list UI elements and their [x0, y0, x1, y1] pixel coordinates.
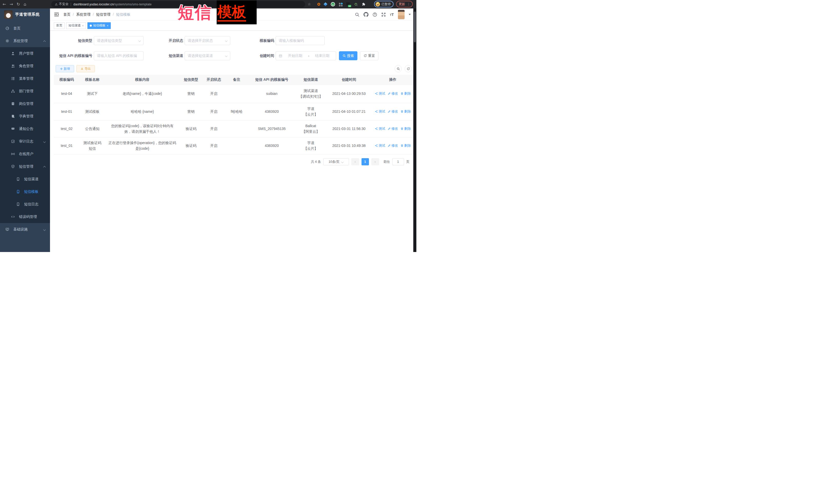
col-header-status: 开启状态	[203, 77, 225, 82]
sidebar-item-label: 通知公告	[19, 127, 33, 131]
sidebar-item-label: 部门管理	[19, 89, 33, 94]
sidebar-item-label: 短信日志	[24, 202, 39, 207]
sidebar-item-error-codes[interactable]: 错误码管理	[0, 211, 50, 223]
extension-grid-icon[interactable]	[339, 3, 342, 6]
test-link[interactable]: 测试	[375, 91, 385, 96]
show-search-toggle-button[interactable]	[395, 65, 402, 72]
tab-sms-template[interactable]: 短信模板 ×	[88, 22, 111, 29]
sidebar-item-sms-channel[interactable]: 短信渠道	[0, 173, 50, 185]
sidebar-item-audit-log[interactable]: 审计日志	[0, 135, 50, 148]
browser-menu-icon[interactable]: ⋮	[407, 2, 410, 6]
scrollbar-thumb[interactable]	[414, 11, 416, 42]
sidebar-item-home[interactable]: 首页	[0, 22, 50, 34]
edit-link[interactable]: 修改	[388, 109, 398, 114]
fullscreen-icon[interactable]	[381, 12, 386, 17]
edit-link[interactable]: 修改	[388, 126, 398, 131]
sidebar-item-notices[interactable]: 通知公告	[0, 123, 50, 135]
browser-back-button[interactable]: ←	[3, 2, 6, 7]
extension-orange-ring-icon[interactable]	[317, 3, 320, 6]
goto-unit: 页	[406, 160, 410, 164]
font-size-icon[interactable]: TT	[390, 12, 394, 17]
extension-list-on-icon[interactable]: on	[347, 2, 351, 6]
sidebar-item-system[interactable]: 系统管理	[0, 34, 50, 47]
next-page-button[interactable]: ›	[371, 158, 379, 165]
goto-page-input[interactable]: 1	[392, 158, 404, 165]
delete-link[interactable]: 删除	[401, 126, 411, 131]
cell-created: 2021-04-10 01:07:21	[326, 109, 372, 115]
page-1-button[interactable]: 1	[361, 158, 369, 165]
breadcrumb-home[interactable]: 首页	[63, 12, 76, 17]
sms-type-select[interactable]: 请选择短信类型	[94, 36, 144, 45]
reset-button[interactable]: 重置	[360, 51, 378, 60]
sidebar-item-positions[interactable]: 岗位管理	[0, 97, 50, 110]
placeholder: 请输入模板编码	[279, 39, 322, 43]
phone-icon	[16, 190, 20, 194]
tab-close-icon[interactable]: ×	[106, 24, 108, 27]
sidebar-item-sms-management[interactable]: 短信管理	[0, 160, 50, 173]
help-icon[interactable]	[373, 12, 377, 17]
breadcrumb-system[interactable]: 系统管理	[76, 12, 96, 17]
sidebar-fold-icon[interactable]	[54, 12, 59, 17]
tab-home[interactable]: 首页	[54, 22, 65, 29]
extension-y-icon[interactable]: y	[331, 2, 335, 6]
bookmark-star-icon[interactable]: ☆	[308, 2, 311, 6]
chevron-down-icon	[139, 40, 141, 42]
channel-select[interactable]: 请选择短信渠道	[185, 51, 230, 60]
add-button[interactable]: 新增	[56, 65, 74, 72]
browser-reload-button[interactable]: ↻	[17, 2, 20, 7]
col-header-content: 模板内容	[105, 77, 180, 82]
url-domain: dashboard.yudao.iocoder.cn	[73, 3, 114, 6]
cell-actions: 测试 修改 删除	[372, 91, 414, 96]
not-secure-label[interactable]: 不安全	[59, 2, 69, 6]
sidebar-item-online-users[interactable]: 在线用户	[0, 148, 50, 160]
browser-profile-chip[interactable]: 已暂停	[374, 1, 394, 7]
cell-name: 测试下	[79, 91, 105, 97]
chevron-up-icon	[43, 41, 46, 43]
sidebar-item-sms-template[interactable]: 短信模板	[0, 185, 50, 198]
user-avatar[interactable]	[398, 10, 405, 19]
delete-link[interactable]: 删除	[401, 91, 411, 96]
delete-link[interactable]: 删除	[401, 143, 411, 148]
tab-sms-channel[interactable]: 短信渠道 ×	[66, 22, 86, 29]
pagination: 共 4 条 10条/页 ‹ 1 › 前往 1 页	[311, 158, 409, 165]
export-button[interactable]: 导出	[76, 65, 95, 72]
sidebar-item-users[interactable]: 用户管理	[0, 47, 50, 60]
sidebar-item-menus[interactable]: 菜单管理	[0, 72, 50, 85]
sidebar-item-roles[interactable]: 角色管理	[0, 60, 50, 72]
cell-status: 开启	[203, 91, 225, 97]
prev-page-button[interactable]: ‹	[351, 158, 359, 165]
sidebar-item-infrastructure[interactable]: 基础设施	[0, 223, 50, 236]
status-select[interactable]: 请选择开启状态	[185, 36, 230, 45]
edit-link[interactable]: 修改	[388, 143, 398, 148]
sidebar-item-sms-log[interactable]: 短信日志	[0, 198, 50, 211]
tab-close-icon[interactable]: ×	[82, 24, 84, 27]
delete-link[interactable]: 删除	[401, 109, 411, 114]
header-search-icon[interactable]	[355, 12, 359, 17]
badge-icon	[11, 102, 15, 105]
extension-blue-gem-icon[interactable]	[324, 2, 328, 6]
breadcrumb-sms[interactable]: 短信管理	[96, 12, 116, 17]
browser-home-button[interactable]: ⌂	[24, 2, 26, 7]
create-time-daterange[interactable]: 开始日期 - 结束日期	[276, 51, 336, 60]
avatar-caret-down-icon[interactable]	[409, 14, 411, 15]
browser-forward-button[interactable]: →	[9, 2, 13, 7]
app-logo[interactable]: 芋道管理系统	[0, 8, 50, 20]
code-icon	[11, 215, 15, 219]
github-icon[interactable]	[363, 12, 368, 17]
sidebar-item-departments[interactable]: 部门管理	[0, 85, 50, 97]
refresh-table-button[interactable]	[405, 65, 412, 72]
search-button[interactable]: 搜索	[339, 51, 357, 60]
start-date-placeholder: 开始日期	[284, 54, 306, 58]
browser-update-button[interactable]: 更新 ⋮	[396, 1, 413, 7]
extensions-puzzle-icon[interactable]	[362, 2, 365, 6]
window-scrollbar[interactable]	[413, 8, 416, 252]
sidebar-item-dictionary[interactable]: 字典管理	[0, 110, 50, 123]
page-size-select[interactable]: 10条/页	[323, 158, 349, 165]
template-code-input[interactable]: 请输入模板编码	[276, 36, 325, 45]
test-link[interactable]: 测试	[375, 126, 385, 131]
extension-search-leaf-icon[interactable]	[354, 3, 358, 6]
edit-link[interactable]: 修改	[388, 91, 398, 96]
api-template-id-input[interactable]: 请输入短信 API 的模板编	[94, 51, 144, 60]
test-link[interactable]: 测试	[375, 143, 385, 148]
test-link[interactable]: 测试	[375, 109, 385, 114]
